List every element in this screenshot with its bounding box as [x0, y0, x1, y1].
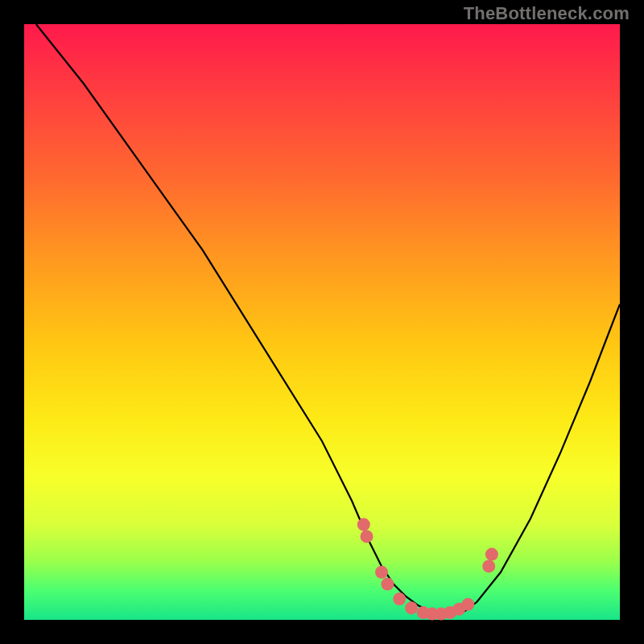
chart-frame: TheBottleneck.com [0, 0, 644, 644]
curve-marker [357, 518, 370, 531]
curve-marker [381, 578, 394, 591]
curve-marker [361, 530, 374, 543]
plot-area [24, 24, 620, 620]
curve-marker [375, 566, 388, 579]
curve-marker [393, 592, 406, 605]
curve-marker [405, 601, 418, 614]
curve-marker [461, 598, 474, 611]
bottleneck-curve [36, 24, 620, 614]
chart-svg [24, 24, 620, 620]
curve-markers [357, 518, 498, 621]
curve-marker [482, 559, 495, 572]
curve-marker [485, 548, 498, 561]
watermark-text: TheBottleneck.com [464, 3, 630, 24]
